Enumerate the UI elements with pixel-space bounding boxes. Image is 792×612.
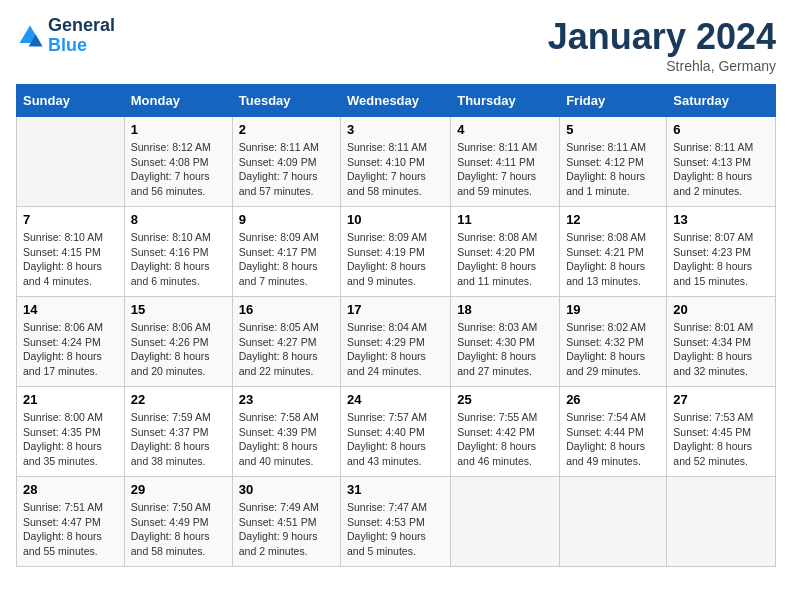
sunrise-text: Sunrise: 8:08 AM [457, 230, 553, 245]
calendar-cell: 13Sunrise: 8:07 AMSunset: 4:23 PMDayligh… [667, 207, 776, 297]
sunrise-text: Sunrise: 7:58 AM [239, 410, 334, 425]
day-number: 9 [239, 212, 334, 227]
daylight-text: Daylight: 7 hours and 58 minutes. [347, 169, 444, 198]
sunrise-text: Sunrise: 8:11 AM [239, 140, 334, 155]
calendar-cell: 11Sunrise: 8:08 AMSunset: 4:20 PMDayligh… [451, 207, 560, 297]
sunrise-text: Sunrise: 8:11 AM [457, 140, 553, 155]
day-number: 3 [347, 122, 444, 137]
day-number: 29 [131, 482, 226, 497]
sunset-text: Sunset: 4:32 PM [566, 335, 660, 350]
calendar-cell: 28Sunrise: 7:51 AMSunset: 4:47 PMDayligh… [17, 477, 125, 567]
sunset-text: Sunset: 4:45 PM [673, 425, 769, 440]
calendar-cell: 29Sunrise: 7:50 AMSunset: 4:49 PMDayligh… [124, 477, 232, 567]
week-row-3: 14Sunrise: 8:06 AMSunset: 4:24 PMDayligh… [17, 297, 776, 387]
sunset-text: Sunset: 4:23 PM [673, 245, 769, 260]
daylight-text: Daylight: 8 hours and 4 minutes. [23, 259, 118, 288]
daylight-text: Daylight: 8 hours and 55 minutes. [23, 529, 118, 558]
daylight-text: Daylight: 8 hours and 22 minutes. [239, 349, 334, 378]
day-number: 1 [131, 122, 226, 137]
day-number: 5 [566, 122, 660, 137]
day-number: 17 [347, 302, 444, 317]
sunrise-text: Sunrise: 7:49 AM [239, 500, 334, 515]
day-number: 23 [239, 392, 334, 407]
day-info: Sunrise: 7:51 AMSunset: 4:47 PMDaylight:… [23, 500, 118, 559]
title-section: January 2024 Strehla, Germany [548, 16, 776, 74]
daylight-text: Daylight: 9 hours and 2 minutes. [239, 529, 334, 558]
daylight-text: Daylight: 8 hours and 13 minutes. [566, 259, 660, 288]
calendar-cell [560, 477, 667, 567]
daylight-text: Daylight: 8 hours and 24 minutes. [347, 349, 444, 378]
logo: General Blue [16, 16, 115, 56]
day-number: 18 [457, 302, 553, 317]
sunset-text: Sunset: 4:26 PM [131, 335, 226, 350]
sunrise-text: Sunrise: 8:11 AM [673, 140, 769, 155]
daylight-text: Daylight: 8 hours and 29 minutes. [566, 349, 660, 378]
sunrise-text: Sunrise: 8:09 AM [239, 230, 334, 245]
sunset-text: Sunset: 4:21 PM [566, 245, 660, 260]
day-number: 24 [347, 392, 444, 407]
sunrise-text: Sunrise: 7:50 AM [131, 500, 226, 515]
sunrise-text: Sunrise: 7:51 AM [23, 500, 118, 515]
day-header-sunday: Sunday [17, 85, 125, 117]
day-number: 22 [131, 392, 226, 407]
sunset-text: Sunset: 4:51 PM [239, 515, 334, 530]
calendar-cell: 25Sunrise: 7:55 AMSunset: 4:42 PMDayligh… [451, 387, 560, 477]
sunrise-text: Sunrise: 8:05 AM [239, 320, 334, 335]
sunrise-text: Sunrise: 7:59 AM [131, 410, 226, 425]
calendar-table: SundayMondayTuesdayWednesdayThursdayFrid… [16, 84, 776, 567]
day-info: Sunrise: 8:06 AMSunset: 4:26 PMDaylight:… [131, 320, 226, 379]
daylight-text: Daylight: 8 hours and 1 minute. [566, 169, 660, 198]
daylight-text: Daylight: 8 hours and 43 minutes. [347, 439, 444, 468]
calendar-cell: 1Sunrise: 8:12 AMSunset: 4:08 PMDaylight… [124, 117, 232, 207]
day-header-friday: Friday [560, 85, 667, 117]
calendar-cell [451, 477, 560, 567]
day-info: Sunrise: 8:10 AMSunset: 4:16 PMDaylight:… [131, 230, 226, 289]
day-info: Sunrise: 8:09 AMSunset: 4:17 PMDaylight:… [239, 230, 334, 289]
calendar-cell: 7Sunrise: 8:10 AMSunset: 4:15 PMDaylight… [17, 207, 125, 297]
daylight-text: Daylight: 8 hours and 7 minutes. [239, 259, 334, 288]
day-info: Sunrise: 7:59 AMSunset: 4:37 PMDaylight:… [131, 410, 226, 469]
day-header-monday: Monday [124, 85, 232, 117]
day-number: 13 [673, 212, 769, 227]
daylight-text: Daylight: 8 hours and 9 minutes. [347, 259, 444, 288]
day-number: 4 [457, 122, 553, 137]
day-number: 12 [566, 212, 660, 227]
sunset-text: Sunset: 4:19 PM [347, 245, 444, 260]
sunset-text: Sunset: 4:16 PM [131, 245, 226, 260]
sunset-text: Sunset: 4:17 PM [239, 245, 334, 260]
sunset-text: Sunset: 4:30 PM [457, 335, 553, 350]
daylight-text: Daylight: 8 hours and 15 minutes. [673, 259, 769, 288]
calendar-cell: 19Sunrise: 8:02 AMSunset: 4:32 PMDayligh… [560, 297, 667, 387]
header: General Blue January 2024 Strehla, Germa… [16, 16, 776, 74]
sunrise-text: Sunrise: 8:09 AM [347, 230, 444, 245]
day-number: 31 [347, 482, 444, 497]
daylight-text: Daylight: 9 hours and 5 minutes. [347, 529, 444, 558]
calendar-cell: 10Sunrise: 8:09 AMSunset: 4:19 PMDayligh… [341, 207, 451, 297]
sunrise-text: Sunrise: 7:54 AM [566, 410, 660, 425]
day-info: Sunrise: 8:04 AMSunset: 4:29 PMDaylight:… [347, 320, 444, 379]
day-info: Sunrise: 8:01 AMSunset: 4:34 PMDaylight:… [673, 320, 769, 379]
calendar-cell: 3Sunrise: 8:11 AMSunset: 4:10 PMDaylight… [341, 117, 451, 207]
calendar-cell: 20Sunrise: 8:01 AMSunset: 4:34 PMDayligh… [667, 297, 776, 387]
calendar-cell: 6Sunrise: 8:11 AMSunset: 4:13 PMDaylight… [667, 117, 776, 207]
day-info: Sunrise: 8:08 AMSunset: 4:20 PMDaylight:… [457, 230, 553, 289]
calendar-cell: 27Sunrise: 7:53 AMSunset: 4:45 PMDayligh… [667, 387, 776, 477]
sunset-text: Sunset: 4:35 PM [23, 425, 118, 440]
daylight-text: Daylight: 8 hours and 35 minutes. [23, 439, 118, 468]
day-number: 14 [23, 302, 118, 317]
sunrise-text: Sunrise: 8:11 AM [566, 140, 660, 155]
sunset-text: Sunset: 4:44 PM [566, 425, 660, 440]
day-info: Sunrise: 7:53 AMSunset: 4:45 PMDaylight:… [673, 410, 769, 469]
sunrise-text: Sunrise: 8:07 AM [673, 230, 769, 245]
daylight-text: Daylight: 8 hours and 2 minutes. [673, 169, 769, 198]
daylight-text: Daylight: 8 hours and 40 minutes. [239, 439, 334, 468]
day-header-tuesday: Tuesday [232, 85, 340, 117]
daylight-text: Daylight: 8 hours and 27 minutes. [457, 349, 553, 378]
day-info: Sunrise: 7:58 AMSunset: 4:39 PMDaylight:… [239, 410, 334, 469]
sunset-text: Sunset: 4:12 PM [566, 155, 660, 170]
day-info: Sunrise: 8:11 AMSunset: 4:10 PMDaylight:… [347, 140, 444, 199]
week-row-5: 28Sunrise: 7:51 AMSunset: 4:47 PMDayligh… [17, 477, 776, 567]
day-info: Sunrise: 7:47 AMSunset: 4:53 PMDaylight:… [347, 500, 444, 559]
daylight-text: Daylight: 7 hours and 57 minutes. [239, 169, 334, 198]
day-header-wednesday: Wednesday [341, 85, 451, 117]
